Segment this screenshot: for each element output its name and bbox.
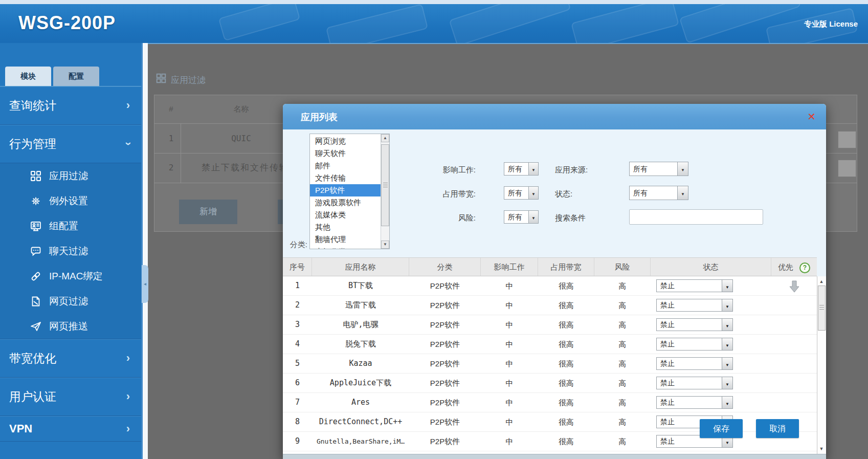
help-icon[interactable]: ? xyxy=(799,263,810,273)
cell-bandwidth: 很高 xyxy=(538,276,594,295)
category-label: 分类: xyxy=(284,240,307,250)
sidebar-item-chat-filter[interactable]: 聊天过滤 xyxy=(0,238,141,264)
cell-impact: 中 xyxy=(481,296,538,315)
category-option[interactable]: 未知分类 xyxy=(310,246,386,249)
col-header-status: 状态 xyxy=(651,258,771,276)
sidebar-item-exceptions[interactable]: 例外设置 xyxy=(0,188,141,213)
priority-header-label: 优先 xyxy=(778,263,793,271)
dropdown-arrow-icon[interactable] xyxy=(722,396,733,409)
cell-no: 9 xyxy=(283,432,312,451)
dropdown-arrow-icon[interactable] xyxy=(528,210,539,224)
thumb-grip xyxy=(819,307,824,309)
save-button[interactable]: 保存 xyxy=(700,419,743,438)
tab-config[interactable]: 配置 xyxy=(53,67,99,86)
source-filter-select[interactable]: 所有 xyxy=(629,162,688,176)
category-option[interactable]: 其他 xyxy=(310,221,386,233)
scrollbar-thumb[interactable] xyxy=(381,144,389,226)
status-select[interactable]: 禁止 xyxy=(656,357,771,370)
category-option[interactable]: 游戏股票软件 xyxy=(310,196,386,209)
dropdown-arrow-icon[interactable] xyxy=(722,318,733,331)
sidebar: 模块 配置 查询统计 › 行为管理 › 应用过滤 xyxy=(0,43,141,459)
dropdown-arrow-icon[interactable] xyxy=(677,162,688,176)
cell-category: P2P软件 xyxy=(409,335,481,354)
category-option[interactable]: 文件传输 xyxy=(310,172,386,184)
sidebar-section-user-auth[interactable]: 用户认证 › xyxy=(0,378,141,416)
table-row: 2 迅雷下载 P2P软件 中 很高 高 禁止 xyxy=(283,296,817,315)
table-row: 7 Ares P2P软件 中 很高 高 禁止 xyxy=(283,393,817,412)
cell-priority xyxy=(771,374,817,392)
cell-status: 禁止 xyxy=(651,354,771,373)
category-option-selected[interactable]: P2P软件 xyxy=(310,184,386,196)
cell-impact: 中 xyxy=(481,393,538,412)
sidebar-item-app-filter[interactable]: 应用过滤 xyxy=(0,163,141,188)
section-label: 用户认证 xyxy=(9,389,56,405)
dropdown-arrow-icon[interactable] xyxy=(677,186,688,200)
scroll-down-icon[interactable]: ▼ xyxy=(381,241,389,249)
category-listbox[interactable]: 网页浏览 聊天软件 邮件 文件传输 P2P软件 游戏股票软件 流媒体类 其他 翻… xyxy=(309,134,390,249)
cell-category: P2P软件 xyxy=(409,412,481,431)
dropdown-arrow-icon[interactable] xyxy=(528,162,539,176)
tab-module[interactable]: 模块 xyxy=(5,67,51,86)
status-select[interactable]: 禁止 xyxy=(656,279,771,292)
impact-filter-select[interactable]: 所有 xyxy=(504,162,539,176)
sidebar-item-web-push[interactable]: 网页推送 xyxy=(0,314,141,339)
dropdown-arrow-icon[interactable] xyxy=(722,279,733,292)
horizontal-scrollbar[interactable] xyxy=(283,454,826,459)
sidebar-section-bandwidth[interactable]: 带宽优化 › xyxy=(0,339,141,378)
status-select[interactable]: 禁止 xyxy=(656,318,771,331)
cell-no: 6 xyxy=(283,374,312,392)
listbox-scrollbar[interactable]: ▲ ▼ xyxy=(381,134,389,249)
search-input[interactable] xyxy=(629,209,763,225)
dropdown-arrow-icon[interactable] xyxy=(722,299,733,312)
priority-down-arrow-icon[interactable] xyxy=(788,280,800,293)
dropdown-arrow-icon[interactable] xyxy=(722,377,733,389)
sidebar-section-vpn[interactable]: VPN › xyxy=(0,416,141,442)
close-icon[interactable]: ✕ xyxy=(807,111,816,123)
background-input-fragment xyxy=(838,131,856,148)
sidebar-collapse-handle[interactable]: ◂ xyxy=(142,265,148,303)
category-option[interactable]: 流媒体类 xyxy=(310,209,386,221)
cell-risk: 高 xyxy=(594,315,651,334)
category-option[interactable]: 网页浏览 xyxy=(310,135,386,147)
thumb-grip xyxy=(383,183,388,184)
cell-name: Gnutella,BearShare,iM… xyxy=(312,432,409,451)
category-option[interactable]: 邮件 xyxy=(310,160,386,172)
sidebar-section-query-stats[interactable]: 查询统计 › xyxy=(0,86,141,125)
status-select[interactable]: 禁止 xyxy=(656,377,771,389)
sidebar-item-ip-mac-binding[interactable]: IP-MAC绑定 xyxy=(0,264,141,289)
cell-bandwidth: 很高 xyxy=(538,393,594,412)
status-filter-select[interactable]: 所有 xyxy=(629,186,688,200)
status-select[interactable]: 禁止 xyxy=(656,299,771,312)
status-select[interactable]: 禁止 xyxy=(656,338,771,351)
dropdown-arrow-icon[interactable] xyxy=(722,357,733,370)
col-header-no: 序号 xyxy=(283,258,312,276)
dropdown-arrow-icon[interactable] xyxy=(722,338,733,351)
app-list-dialog: 应用列表 ✕ 网页浏览 聊天软件 邮件 文件传输 P2P软件 游戏股票软件 流媒… xyxy=(283,104,826,459)
cell-category: P2P软件 xyxy=(409,432,481,451)
sidebar-section-behavior-mgmt[interactable]: 行为管理 › xyxy=(0,125,141,163)
scroll-up-icon[interactable]: ▲ xyxy=(381,134,389,142)
background-page-title: 应用过滤 xyxy=(171,74,206,86)
scroll-down-icon[interactable]: ▼ xyxy=(817,446,826,451)
cell-impact: 中 xyxy=(481,315,538,334)
bandwidth-filter-select[interactable]: 所有 xyxy=(504,186,539,200)
dropdown-arrow-icon[interactable] xyxy=(528,186,539,200)
table-scrollbar[interactable]: ▲ ▼ xyxy=(817,276,826,454)
sidebar-item-web-filter[interactable]: 网页过滤 xyxy=(0,289,141,314)
sidebar-item-group-config[interactable]: 组配置 xyxy=(0,213,141,238)
scroll-up-icon[interactable]: ▲ xyxy=(817,279,826,284)
risk-filter-select[interactable]: 所有 xyxy=(504,210,539,224)
search-label: 搜索条件 xyxy=(555,213,586,223)
scrollbar-thumb[interactable] xyxy=(818,286,826,331)
cell-category: P2P软件 xyxy=(409,393,481,412)
app-root: WSG-200P 专业版 License 模块 配置 查询统计 › 行为管理 ›… xyxy=(0,0,868,459)
status-select[interactable]: 禁止 xyxy=(656,396,771,409)
cell-impact: 中 xyxy=(481,354,538,373)
app-logo: WSG-200P xyxy=(18,12,116,34)
cancel-button[interactable]: 取消 xyxy=(756,419,799,438)
cell-risk: 高 xyxy=(594,276,651,295)
top-strip xyxy=(0,0,868,4)
category-option[interactable]: 聊天软件 xyxy=(310,147,386,160)
category-option[interactable]: 翻墙代理 xyxy=(310,233,386,246)
cell-risk: 高 xyxy=(594,412,651,431)
